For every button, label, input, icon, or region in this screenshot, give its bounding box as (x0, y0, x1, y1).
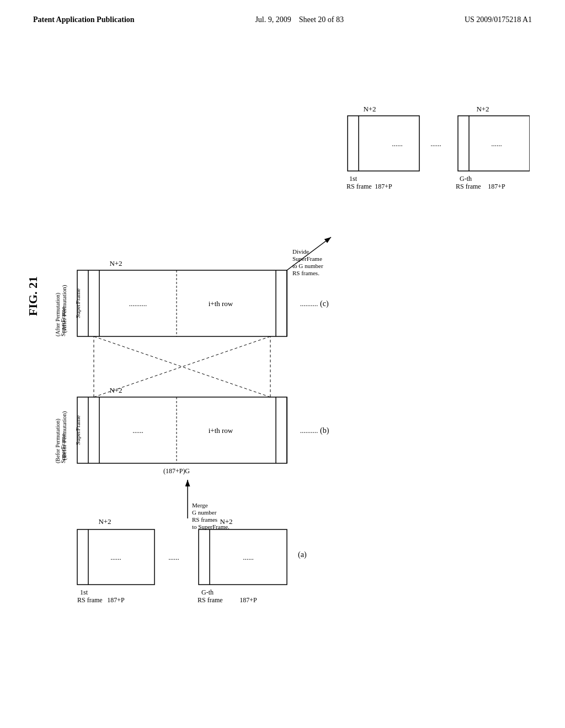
svg-rect-20 (77, 397, 287, 463)
section-c: N+2 .......... i+th row .......... Super… (61, 259, 329, 336)
figure-label: FIG. 21 (26, 276, 40, 316)
svg-text:......: ...... (392, 140, 403, 148)
svg-text:Divide: Divide (292, 248, 309, 255)
svg-text:1st: 1st (349, 175, 358, 183)
svg-text:N+2: N+2 (109, 386, 122, 394)
svg-text:RS frame: RS frame (456, 183, 481, 190)
svg-text:RS frame: RS frame (77, 596, 103, 604)
publication-label: Patent Application Publication (33, 15, 135, 24)
sheet: Sheet 20 of 83 (299, 15, 344, 24)
svg-text:SuperFrame: SuperFrame (74, 415, 81, 445)
svg-text:..........: .......... (300, 299, 318, 308)
section-a: N+2 ...... 1st RS frame 187+P ...... N+2… (77, 517, 307, 604)
svg-text:(c): (c) (320, 299, 329, 308)
svg-text:i+th row: i+th row (209, 299, 233, 308)
svg-text:(187+P)G: (187+P)G (163, 467, 190, 475)
svg-text:RS frame: RS frame (347, 183, 372, 190)
svg-text:......: ...... (110, 553, 121, 561)
svg-text:......: ...... (430, 140, 441, 148)
svg-text:187+P: 187+P (375, 183, 392, 190)
svg-text:......: ...... (132, 426, 143, 435)
svg-text:RS frame: RS frame (198, 596, 223, 604)
svg-text:G number: G number (192, 509, 217, 516)
a-n2-label1: N+2 (98, 517, 111, 526)
svg-text:......: ...... (491, 140, 502, 148)
section-b: N+2 ...... i+th row .......... (187+P)G … (61, 386, 329, 475)
svg-text:SuperFrame: SuperFrame (74, 288, 81, 318)
svg-text:1st: 1st (80, 588, 88, 596)
section-d: N+2 ...... 1st RS frame 187+P ...... N+2… (347, 105, 530, 190)
svg-text:to SuperFrame.: to SuperFrame. (192, 523, 230, 530)
svg-text:SuperFrame: SuperFrame (292, 255, 322, 262)
svg-text:N+2: N+2 (476, 105, 489, 113)
svg-text:i+th row: i+th row (209, 426, 233, 435)
svg-text:(a): (a) (298, 550, 307, 559)
svg-text:187+P: 187+P (488, 183, 505, 190)
svg-text:(Befor Permutation): (Befor Permutation) (55, 419, 61, 463)
svg-text:RS frames.: RS frames. (292, 270, 319, 276)
svg-text:RS frames: RS frames (192, 516, 217, 523)
date: Jul. 9, 2009 (255, 15, 291, 24)
svg-text:G-th: G-th (460, 175, 472, 183)
svg-text:(b): (b) (320, 426, 329, 435)
svg-text:to G number: to G number (292, 263, 323, 269)
figure-21-diagram: N+2 ...... 1st RS frame 187+P ...... N+2… (55, 44, 530, 695)
svg-text:G-th: G-th (201, 588, 214, 596)
svg-text:..........: .......... (300, 426, 318, 435)
date-sheet: Jul. 9, 2009 Sheet 20 of 83 (255, 15, 344, 24)
page-header: Patent Application Publication Jul. 9, 2… (0, 0, 565, 24)
svg-rect-38 (77, 270, 287, 336)
svg-text:187+P: 187+P (107, 596, 125, 604)
patent-number: US 2009/0175218 A1 (465, 15, 532, 24)
svg-text:(After Permutation): (After Permutation) (55, 293, 61, 336)
svg-text:..........: .......... (129, 299, 147, 308)
svg-text:Merge: Merge (192, 502, 208, 508)
divide-arrow: Divide SuperFrame to G number RS frames. (287, 237, 331, 276)
svg-text:N+2: N+2 (109, 259, 122, 267)
svg-text:......: ...... (168, 553, 179, 561)
svg-text:187+P: 187+P (239, 596, 257, 604)
svg-text:......: ...... (243, 553, 254, 561)
svg-text:N+2: N+2 (363, 105, 376, 113)
